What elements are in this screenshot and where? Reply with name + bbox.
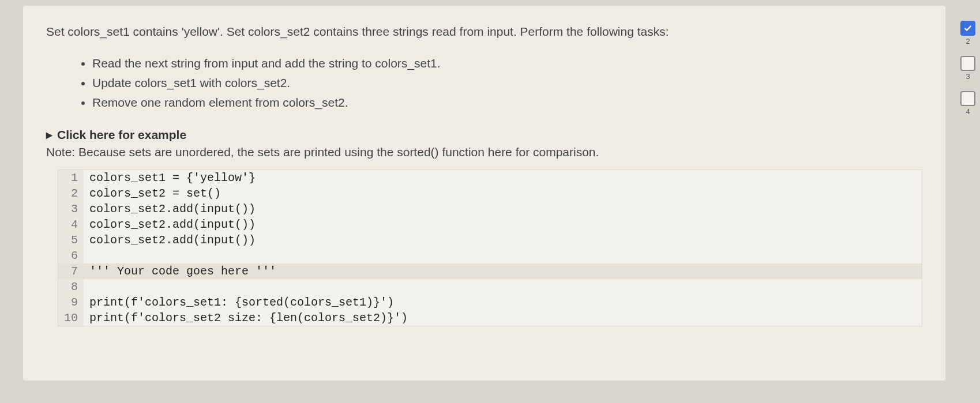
code-line: print(f'colors_set1: {sorted(colors_set1…	[84, 295, 394, 310]
line-number: 9	[58, 295, 84, 310]
step-number: 2	[966, 37, 970, 46]
step-number: 3	[966, 72, 970, 81]
task-item: Remove one random element from colors_se…	[92, 93, 922, 112]
line-number: 3	[58, 201, 84, 217]
code-line: colors_set2.add(input())	[84, 201, 256, 217]
line-number: 10	[58, 310, 84, 326]
code-line: ''' Your code goes here '''	[84, 263, 922, 279]
code-line: colors_set1 = {'yellow'}	[84, 170, 256, 186]
intro-text: Set colors_set1 contains 'yellow'. Set c…	[46, 23, 922, 40]
triangle-right-icon: ▶	[46, 130, 52, 140]
step-box-done	[960, 21, 975, 36]
code-line	[84, 248, 89, 263]
task-item: Read the next string from input and add …	[92, 54, 922, 73]
code-line: colors_set2.add(input())	[84, 232, 256, 248]
step-mark[interactable]: 3	[960, 56, 975, 81]
step-mark[interactable]: 2	[960, 21, 975, 46]
note-text: Note: Because sets are unordered, the se…	[46, 145, 922, 159]
code-editor[interactable]: 1colors_set1 = {'yellow'} 2colors_set2 =…	[58, 170, 922, 326]
step-mark[interactable]: 4	[960, 91, 975, 116]
example-toggle[interactable]: ▶ Click here for example	[46, 128, 186, 142]
code-line: print(f'colors_set2 size: {len(colors_se…	[84, 310, 408, 326]
example-toggle-label: Click here for example	[57, 128, 186, 142]
line-number: 6	[58, 248, 84, 263]
line-number: 5	[58, 232, 84, 248]
check-icon	[964, 24, 972, 32]
code-line: colors_set2.add(input())	[84, 217, 256, 232]
task-list: Read the next string from input and add …	[92, 54, 922, 112]
code-line	[84, 279, 89, 295]
step-box	[960, 91, 975, 106]
line-number: 4	[58, 217, 84, 232]
step-number: 4	[966, 107, 970, 116]
step-box	[960, 56, 975, 71]
code-line: colors_set2 = set()	[84, 186, 221, 201]
task-item: Update colors_set1 with colors_set2.	[92, 73, 922, 93]
line-number: 8	[58, 279, 84, 295]
step-indicator: 2 3 4	[960, 21, 975, 116]
exercise-panel: Set colors_set1 contains 'yellow'. Set c…	[23, 6, 945, 381]
line-number: 1	[58, 170, 84, 186]
line-number: 2	[58, 186, 84, 201]
line-number: 7	[58, 263, 84, 279]
